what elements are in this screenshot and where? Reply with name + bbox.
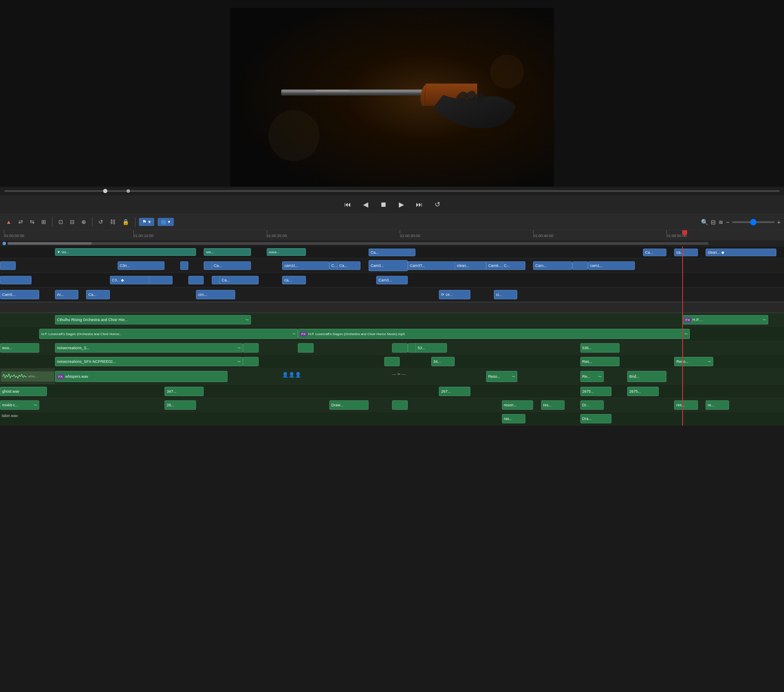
- play-back-button[interactable]: ◀: [360, 199, 371, 210]
- clip-v1-top-1[interactable]: Ca...: [369, 249, 415, 256]
- multicam-tool[interactable]: ⊞: [39, 217, 49, 227]
- clip-main-cam3[interactable]: Cam3...: [369, 260, 408, 271]
- clip-orch2-2[interactable]: FX H.P. Lovecraft's Dagon (Orchestra and…: [298, 329, 690, 339]
- clip-talon-ras[interactable]: ras...: [502, 414, 525, 423]
- clip-mixkit-re-r[interactable]: re...: [706, 400, 729, 410]
- stop-button[interactable]: ⏹: [378, 199, 389, 210]
- position-tool[interactable]: ⊕: [79, 217, 89, 227]
- overwrite-tool[interactable]: ⊟: [67, 217, 77, 227]
- scrubber-track[interactable]: [4, 190, 780, 192]
- clip-main-cam[interactable]: Cam...: [533, 261, 572, 270]
- arrow-tool[interactable]: ▲: [3, 217, 14, 227]
- clip-sfx2-sm2[interactable]: [384, 357, 400, 366]
- clip-whispers-re[interactable]: Re... 〜: [580, 371, 604, 382]
- loop-button[interactable]: ↺: [432, 199, 443, 210]
- clip-r4-ar[interactable]: Ar...: [55, 290, 78, 299]
- clip-ghost-347[interactable]: 347...: [164, 387, 204, 396]
- clip-main-ca2[interactable]: Ca...: [337, 261, 360, 270]
- video-preview[interactable]: [230, 8, 554, 187]
- clip-r3-1[interactable]: [0, 276, 32, 284]
- flag-dropdown[interactable]: ⚑ ▾: [139, 218, 154, 226]
- scrubber-dot[interactable]: [127, 189, 130, 193]
- clip-main-1[interactable]: [0, 261, 16, 270]
- play-button[interactable]: ▶: [396, 199, 406, 210]
- clip-r4-ca[interactable]: Ca...: [86, 290, 110, 299]
- clip-main-cam1t[interactable]: cam1t...: [282, 261, 329, 270]
- clip-orch2-1[interactable]: H.P. Lovecraft's Dagon (Orchestra and Ch…: [39, 329, 298, 339]
- clip-mixkit-label[interactable]: mixkit-c... 〜: [0, 400, 39, 410]
- clip-sfx2-sm1[interactable]: [243, 357, 259, 366]
- clip-mixkit-sm1[interactable]: [392, 400, 408, 410]
- clip-v1-top-clean[interactable]: clean... ◆: [706, 249, 776, 256]
- clip-voice-2[interactable]: Voi...: [204, 248, 251, 256]
- clip-main-ca1[interactable]: Ca...: [212, 261, 251, 270]
- clip-ghost-2675-1[interactable]: 2675...: [580, 387, 612, 396]
- clip-sfx2-34[interactable]: 34...: [431, 357, 455, 366]
- insert-tool[interactable]: ⊡: [56, 217, 66, 227]
- clip-whispers-reso[interactable]: Reso... 〜: [486, 371, 518, 382]
- clip-r3-cam3[interactable]: Cam3...: [376, 276, 408, 284]
- scrubber-thumb[interactable]: [103, 189, 107, 193]
- clip-main-sm-r[interactable]: [572, 261, 588, 270]
- clip-v1-top-ca2[interactable]: ca...: [674, 249, 698, 256]
- clip-mixkit-reson[interactable]: reson...: [502, 400, 533, 410]
- zoom-waveform-button[interactable]: ≋: [718, 219, 723, 226]
- clip-whispers-main[interactable]: FX whispers.wav: [55, 371, 228, 382]
- clip-main-cam1-r[interactable]: cam1...: [588, 261, 635, 270]
- clip-mixkit-draw[interactable]: Draw...: [329, 400, 369, 410]
- skip-back-button[interactable]: ⏮: [342, 199, 354, 210]
- clip-voice-1[interactable]: ▼ Voi...: [55, 248, 196, 256]
- clip-sfx1-53[interactable]: 53...: [415, 343, 447, 353]
- clip-r4-cir[interactable]: ⟳ cir...: [439, 290, 470, 299]
- link-button[interactable]: ↺: [96, 217, 106, 227]
- clip-sfx2-main[interactable]: noisecreations_SFX-NCFREE02... 〜: [55, 357, 243, 366]
- clip-main-sm1[interactable]: [180, 261, 188, 270]
- lock-button[interactable]: 🔒: [120, 217, 132, 227]
- clip-orch1-fx[interactable]: FX H.P.... 〜: [682, 315, 768, 324]
- timeline-ruler[interactable]: 01:00:00:00 01:00:10:00 01:00:20:00 01:0…: [0, 230, 784, 240]
- clip-mixkit-dr[interactable]: Dr...: [580, 400, 604, 410]
- clip-main-clean[interactable]: clean...: [455, 261, 486, 270]
- zoom-minus-button[interactable]: −: [726, 219, 729, 226]
- ripple-trim-tool[interactable]: ⇄: [16, 217, 26, 227]
- zoom-fit-button[interactable]: ⊟: [711, 219, 716, 226]
- clip-ghost-267[interactable]: 267...: [439, 387, 470, 396]
- clip-r4-cam5[interactable]: Cam5...: [0, 290, 39, 299]
- clip-main-c-r[interactable]: C...: [502, 261, 525, 270]
- timeline-scroll-row[interactable]: [0, 240, 784, 246]
- color-dropdown[interactable]: ▾: [158, 218, 174, 226]
- clip-v1-top-ca[interactable]: Ca...: [643, 249, 666, 256]
- clip-sfx1-main[interactable]: noisecreations_S... 〜: [55, 343, 243, 353]
- clip-sfx2-reso[interactable]: Reso... 〜: [674, 357, 713, 366]
- clip-orch1-main[interactable]: Cthulhu Rising Orchestra and Choir Hor..…: [55, 315, 251, 324]
- clip-r3-ca[interactable]: Ca...: [219, 276, 259, 284]
- clip-mixkit-res-r[interactable]: res...: [674, 400, 698, 410]
- clip-main-c3n[interactable]: C3n...: [118, 261, 164, 270]
- clip-sfx2-res[interactable]: Res...: [580, 357, 620, 366]
- clip-talon-dra[interactable]: Dra...: [580, 414, 612, 423]
- scrubber-bar[interactable]: [0, 187, 784, 195]
- clip-r3-ca2[interactable]: ca...: [282, 276, 306, 284]
- clip-sfx1-woo[interactable]: woo...: [0, 343, 39, 353]
- roll-trim-tool[interactable]: ⇆: [27, 217, 37, 227]
- clip-sfx1-sm1[interactable]: [243, 343, 259, 353]
- skip-forward-button[interactable]: ⏭: [413, 199, 425, 210]
- clip-r4-ci[interactable]: ci...: [494, 290, 517, 299]
- clip-sfx1-sm3[interactable]: [392, 343, 408, 353]
- timeline-scroll-bar[interactable]: [8, 242, 709, 245]
- clip-r4-circ[interactable]: circ...: [196, 290, 235, 299]
- clip-whispers-brid[interactable]: Brid...: [627, 371, 666, 382]
- clip-mixkit-res[interactable]: res...: [541, 400, 565, 410]
- zoom-slider[interactable]: [732, 221, 775, 223]
- clip-ghost-label[interactable]: ghost.wav: [0, 387, 47, 396]
- clip-mixkit-26[interactable]: 26...: [164, 400, 196, 410]
- clip-voice-3[interactable]: voice...: [267, 248, 306, 256]
- clip-sfx1-536[interactable]: 536...: [580, 343, 620, 353]
- clip-r3-sm1[interactable]: [188, 276, 204, 284]
- clip-sfx1-sm2[interactable]: [298, 343, 314, 353]
- clip-ghost-2675-2[interactable]: 2675...: [627, 387, 659, 396]
- zoom-plus-button[interactable]: +: [777, 219, 781, 226]
- magnify-button[interactable]: 🔍: [701, 219, 708, 226]
- unlink-button[interactable]: ⛓: [107, 217, 118, 227]
- clip-r3-dia[interactable]: C3... ◆: [110, 276, 149, 284]
